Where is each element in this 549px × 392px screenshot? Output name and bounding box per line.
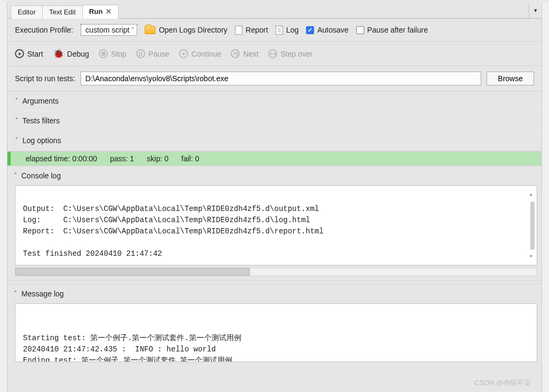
chevron-down-icon: ˅	[15, 97, 18, 105]
left-gutter	[0, 3, 7, 392]
report-link[interactable]: Report	[235, 26, 268, 35]
checkbox-checked-icon: ✓	[306, 26, 314, 34]
log-link[interactable]: Log	[276, 26, 299, 35]
expander-label: Tests filters	[22, 116, 60, 125]
elapsed-time: elapsed time: 0:00:00	[26, 154, 97, 163]
scroll-thumb[interactable]	[530, 201, 535, 250]
combo-value: custom script	[85, 26, 129, 34]
run-controls: Start 🐞 Debug Stop Pause Continue Next	[7, 42, 542, 66]
message-text: Starting test: 第一个例子.第一个测试套件.第一个测试用例 202…	[23, 334, 241, 362]
log-options-expander[interactable]: ˅ Log options	[7, 131, 542, 151]
next-icon	[231, 49, 240, 58]
continue-icon	[179, 49, 188, 58]
script-path-input[interactable]	[81, 72, 481, 85]
scroll-up-icon[interactable]: ▴	[529, 190, 536, 199]
tab-editor[interactable]: Editor	[11, 5, 43, 19]
console-log-expander[interactable]: ˄ Console log	[7, 166, 542, 185]
close-icon[interactable]: ✕	[106, 7, 112, 15]
debug-button[interactable]: 🐞 Debug	[53, 48, 89, 59]
stop-button: Stop	[99, 49, 127, 58]
vertical-scrollbar[interactable]: ▴ ▾	[529, 190, 536, 261]
button-label: Start	[27, 50, 43, 58]
scroll-thumb[interactable]	[15, 268, 250, 276]
console-log-output[interactable]: Output: C:\Users\CGW\AppData\Local\Temp\…	[15, 185, 537, 265]
fail-count: fail: 0	[182, 154, 199, 163]
tabs-menu-button[interactable]: ▾	[529, 3, 542, 18]
document-icon	[235, 26, 242, 35]
step-over-icon	[268, 49, 277, 58]
pause-icon	[136, 49, 145, 58]
button-label: Continue	[191, 50, 221, 58]
expander-label: Console log	[21, 171, 61, 180]
bug-icon: 🐞	[53, 48, 64, 59]
pass-count: pass: 1	[110, 154, 134, 163]
link-label: Report	[246, 26, 268, 34]
script-row: Script to run tests: Browse	[7, 66, 542, 91]
right-gutter	[542, 3, 549, 392]
stop-icon	[99, 49, 108, 58]
message-log-output[interactable]: Starting test: 第一个例子.第一个测试套件.第一个测试用例 202…	[15, 303, 537, 362]
skip-count: skip: 0	[147, 154, 168, 163]
link-label: Open Logs Directory	[159, 26, 227, 34]
horizontal-scrollbar[interactable]	[15, 268, 537, 276]
play-icon	[15, 49, 24, 58]
button-label: Stop	[111, 50, 127, 58]
tab-label: Text Edit	[49, 8, 76, 16]
step-over-button: Step over	[268, 49, 312, 58]
tab-label: Editor	[18, 8, 36, 16]
chevron-up-icon: ˄	[14, 290, 17, 297]
exec-toolbar: Execution Profile: custom script ˅ Open …	[7, 19, 542, 42]
autosave-checkbox[interactable]: ✓ Autosave	[306, 26, 348, 34]
tab-label: Run	[89, 7, 103, 15]
arguments-expander[interactable]: ˅ Arguments	[7, 91, 542, 111]
chevron-down-icon: ˅	[15, 117, 18, 124]
pause-after-failure-checkbox[interactable]: Pause after failure	[356, 26, 428, 34]
exec-profile-combo[interactable]: custom script ˅	[81, 24, 137, 36]
pause-button: Pause	[136, 49, 170, 58]
link-label: Log	[286, 26, 299, 34]
console-text: Output: C:\Users\CGW\AppData\Local\Temp\…	[23, 205, 324, 258]
button-label: Next	[243, 50, 258, 58]
folder-icon	[145, 26, 155, 34]
start-button[interactable]: Start	[15, 49, 43, 58]
status-bar: elapsed time: 0:00:00 pass: 1 skip: 0 fa…	[7, 151, 542, 166]
checkbox-icon	[356, 26, 364, 34]
button-label: Debug	[67, 50, 89, 58]
exec-profile-label: Execution Profile:	[15, 26, 73, 34]
browse-button[interactable]: Browse	[487, 72, 534, 85]
expander-label: Message log	[21, 289, 64, 298]
button-label: Step over	[280, 50, 312, 58]
script-label: Script to run tests:	[15, 74, 75, 83]
tabs-bar: Editor Text Edit Run ✕ ▾	[7, 3, 542, 19]
chevron-down-icon: ˅	[131, 27, 135, 34]
tests-filters-expander[interactable]: ˅ Tests filters	[7, 111, 542, 131]
document-lines-icon	[276, 26, 283, 35]
checkbox-label: Pause after failure	[367, 26, 428, 34]
chevron-up-icon: ˄	[14, 172, 17, 179]
message-log-expander[interactable]: ˄ Message log	[7, 284, 542, 303]
button-label: Pause	[148, 50, 170, 58]
tab-run[interactable]: Run ✕	[82, 5, 119, 19]
continue-button: Continue	[179, 49, 221, 58]
open-logs-directory[interactable]: Open Logs Directory	[145, 26, 227, 34]
next-button: Next	[231, 49, 258, 58]
checkbox-label: Autosave	[317, 26, 348, 34]
chevron-down-icon: ˅	[15, 137, 18, 144]
expander-label: Log options	[22, 136, 61, 145]
expander-label: Arguments	[22, 97, 59, 105]
tab-text-edit[interactable]: Text Edit	[42, 5, 83, 19]
scroll-down-icon[interactable]: ▾	[529, 252, 536, 261]
